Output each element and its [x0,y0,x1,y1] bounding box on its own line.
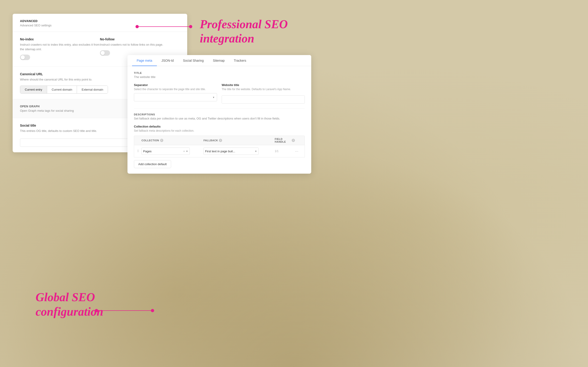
title-section-desc: The website title [134,75,305,79]
drag-handle-icon[interactable]: ⠿ [137,149,141,153]
connector-dot-right [189,25,192,28]
collection-arrow-icon: ▼ [186,150,188,152]
connector-dot-left [136,25,139,28]
canonical-buttons-group: Current entry Current domain External do… [20,85,108,94]
pages-value: Pages [143,150,152,153]
collection-defaults-sublabel: Set fallback meta descriptions for each … [134,129,305,132]
no-index-label: No-index [20,37,100,41]
fallback-arrow-icon: ▼ [255,150,257,152]
th-fieldhandle-help-icon: ? [292,139,295,142]
fallback-value: First text in page buil... [205,150,235,153]
descriptions-section: DESCRIPTIONS Set fallback data per colle… [134,113,305,120]
th-field-handle: FIELD HANDLE ? [275,138,295,143]
title-section: TITLE The website title [134,72,305,79]
collection-defaults-label: Collection defaults [134,125,305,128]
descriptions-label: DESCRIPTIONS [134,113,305,116]
separator-select[interactable] [134,93,217,101]
separator-select-wrap: ▼ [134,93,217,101]
separator-label: Separator [134,83,217,87]
add-collection-default-button[interactable]: Add collection default [134,160,171,168]
no-follow-label: No-follow [100,37,180,41]
right-body: TITLE The website title Separator Select… [128,66,311,174]
tab-json-id[interactable]: JSON-Id [157,55,179,66]
no-follow-desc: Instruct crawlers not to follow links on… [100,42,180,47]
title-section-label: TITLE [134,72,305,74]
th-collection-help-icon: ? [160,139,163,142]
website-title-col: Website title The title for the website.… [222,83,305,104]
th-fallback-help-icon: ? [219,139,222,142]
annotation-pro: Professional SEO integration [200,17,296,46]
collection-clear-icon[interactable]: × [183,150,185,153]
divider-1 [134,108,305,108]
tab-trackers[interactable]: Trackers [229,55,251,66]
descriptions-desc: Set fallback data per collection to use … [134,117,305,120]
canonical-btn-current-domain[interactable]: Current domain [47,86,77,93]
website-title-input[interactable] [222,95,305,104]
connector-line-pro [136,26,191,27]
website-title-sublabel: The title for the website. Defaults to L… [222,88,305,91]
right-panel: Page meta JSON-Id Social Sharing Sitemap… [128,55,311,174]
th-collection: COLLECTION ? [141,138,197,143]
collection-defaults-section: Collection defaults Set fallback meta de… [134,125,305,168]
canonical-btn-external-domain[interactable]: External domain [77,86,108,93]
row-actions-icon[interactable]: ··· [295,149,302,154]
collection-select-wrap: Pages × ▼ [141,148,197,155]
no-follow-toggle[interactable] [100,50,110,56]
collection-table-header: COLLECTION ? FALLBACK ? FIELD HANDLE ? [134,135,305,145]
field-handle-count: 1/1 [275,150,295,153]
canonical-btn-current-entry[interactable]: Current entry [20,86,47,93]
th-fallback: FALLBACK ? [204,138,268,143]
no-index-toggle[interactable] [20,55,30,60]
website-title-label: Website title [222,83,305,87]
annotation-global: Global SEO configuration [36,290,123,319]
connector-dot-global-right [151,309,154,312]
tab-page-meta[interactable]: Page meta [132,55,157,66]
fallback-select-wrap: First text in page buil... ▼ [204,148,268,155]
separator-sublabel: Select the character to separate the pag… [134,88,217,91]
advanced-title: ADVANCED [20,19,180,23]
advanced-section-header: ADVANCED Advanced SEO settings [13,14,187,32]
separator-col: Separator Select the character to separa… [134,83,217,104]
no-index-col: No-index Instruct crawlers not to index … [20,37,100,61]
separator-website-row: Separator Select the character to separa… [134,83,305,104]
tab-sitemap[interactable]: Sitemap [208,55,229,66]
tab-social-sharing[interactable]: Social Sharing [178,55,208,66]
no-index-desc: Instruct crawlers not to index this entr… [20,42,100,51]
table-row: ⠿ Pages × ▼ First text in page buil... ▼ [134,145,305,157]
tabs-bar: Page meta JSON-Id Social Sharing Sitemap… [128,55,311,66]
